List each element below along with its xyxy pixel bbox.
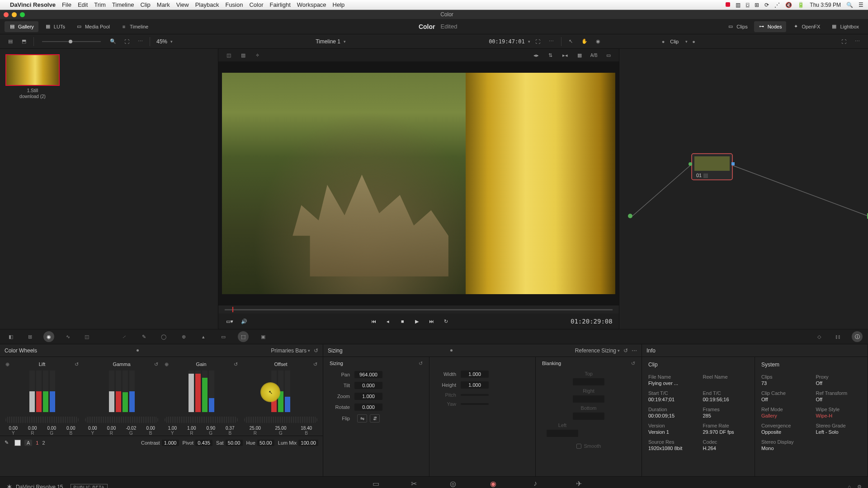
- minimize-button[interactable]: [12, 12, 17, 17]
- status-icon[interactable]: ⊞: [755, 2, 759, 8]
- curves-icon[interactable]: ⟋: [118, 331, 129, 342]
- menu-edit[interactable]: Edit: [78, 1, 88, 8]
- battery-icon[interactable]: 🔋: [797, 2, 804, 8]
- fullscreen-icon[interactable]: ⛶: [532, 36, 544, 47]
- nodes-toggle[interactable]: ⊶Nodes: [754, 21, 787, 32]
- keyframes-icon[interactable]: ◇: [814, 331, 825, 342]
- gamma-bars[interactable]: [83, 369, 160, 414]
- picker-icon[interactable]: ⊕: [165, 361, 169, 367]
- gain-master-jog[interactable]: [165, 417, 238, 423]
- source-timecode[interactable]: 00:19:47:01: [489, 38, 524, 45]
- search-icon[interactable]: 🔍: [107, 36, 119, 47]
- expand-dot-icon[interactable]: [137, 349, 139, 352]
- gallery-toggle[interactable]: ▤Gallery: [5, 21, 38, 32]
- wipe-invert-icon[interactable]: ⇅: [545, 50, 557, 61]
- reset-icon[interactable]: ↺: [419, 361, 423, 366]
- options-icon[interactable]: ⋯: [632, 347, 637, 354]
- node-graph[interactable]: 01: [619, 49, 868, 329]
- key-icon[interactable]: ▭: [218, 331, 229, 342]
- color-wheels-icon[interactable]: ◉: [43, 331, 54, 342]
- menu-color[interactable]: Color: [249, 1, 263, 8]
- menu-workspace[interactable]: Workspace: [297, 1, 326, 8]
- gamma-master-jog[interactable]: [85, 417, 158, 423]
- blank-right[interactable]: [573, 395, 604, 403]
- expand-dot-icon[interactable]: [450, 349, 453, 352]
- record-indicator-icon[interactable]: [726, 2, 730, 7]
- pan-value[interactable]: 964.000: [354, 371, 382, 378]
- hue-value[interactable]: 50.00: [257, 440, 274, 446]
- loop-button[interactable]: ↻: [441, 316, 451, 326]
- next-clip-button[interactable]: ⏭: [426, 316, 436, 326]
- menu-fairlight[interactable]: Fairlight: [270, 1, 291, 8]
- image-wipe-icon[interactable]: ◫: [223, 50, 235, 61]
- picker-icon[interactable]: ⊕: [5, 361, 9, 367]
- blank-bottom[interactable]: [573, 413, 604, 420]
- mediapool-toggle[interactable]: ▭Media Pool: [71, 21, 114, 32]
- menu-trim[interactable]: Trim: [94, 1, 106, 8]
- luts-toggle[interactable]: ▦LUTs: [40, 21, 70, 32]
- stills-view-icon[interactable]: ▤: [5, 36, 16, 47]
- page-tab-deliver[interactable]: ✈Deliver: [571, 479, 586, 488]
- project-settings-button[interactable]: ⚙: [857, 484, 862, 488]
- thumb-zoom-slider[interactable]: [42, 41, 101, 42]
- reset-icon[interactable]: ↺: [631, 361, 635, 366]
- viewer[interactable]: [218, 61, 619, 305]
- menu-mark[interactable]: Mark: [157, 1, 170, 8]
- reset-icon[interactable]: ↺: [314, 347, 318, 354]
- auto-balance-icon[interactable]: ✎: [5, 440, 11, 446]
- rotate-value[interactable]: 0.000: [354, 404, 382, 411]
- page-1[interactable]: 1: [36, 440, 38, 446]
- color-picker-icon[interactable]: ◉: [592, 36, 604, 47]
- wifi-icon[interactable]: ⋰: [774, 2, 780, 8]
- chevron-down-icon[interactable]: ▾: [685, 39, 688, 44]
- page-tab-color[interactable]: ◉Color: [487, 479, 499, 488]
- reset-icon[interactable]: ↺: [234, 361, 238, 367]
- play-button[interactable]: ▶: [412, 316, 422, 326]
- pivot-value[interactable]: 0.435: [195, 440, 212, 446]
- prev-clip-button[interactable]: ⏮: [368, 316, 378, 326]
- timeline-name[interactable]: Timeline 1: [316, 38, 340, 45]
- mute-icon[interactable]: 🔊: [239, 316, 249, 326]
- lummix-value[interactable]: 100.00: [298, 440, 318, 446]
- flip-v-button[interactable]: ⇵: [370, 414, 380, 422]
- checker-icon[interactable]: ▩: [574, 50, 585, 61]
- options-icon[interactable]: ⋯: [546, 36, 557, 47]
- page-tab-edit[interactable]: ✂Edit: [410, 479, 418, 488]
- smooth-checkbox[interactable]: Smooth: [576, 443, 601, 449]
- pick-white-icon[interactable]: [14, 440, 21, 446]
- node-scope[interactable]: Clip: [670, 39, 679, 44]
- timeline-toggle[interactable]: ≡Timeline: [116, 21, 153, 32]
- blank-top[interactable]: [573, 378, 604, 385]
- ab-compare-icon[interactable]: A/B: [588, 50, 600, 61]
- volume-icon[interactable]: 🔇: [785, 2, 792, 8]
- openfx-toggle[interactable]: ✦OpenFX: [788, 21, 825, 32]
- split-screen-icon[interactable]: ▥: [237, 50, 249, 61]
- expand-icon[interactable]: ⛶: [838, 36, 850, 47]
- gain-bars[interactable]: [163, 369, 240, 414]
- wipe-toggle-icon[interactable]: ◂▸: [530, 50, 542, 61]
- options-icon[interactable]: ⋯: [134, 36, 146, 47]
- viewer-zoom[interactable]: 45%: [156, 38, 167, 45]
- home-button[interactable]: ⌂: [848, 484, 851, 488]
- maximize-button[interactable]: [20, 12, 25, 17]
- rgb-mixer-icon[interactable]: ∿: [62, 331, 73, 342]
- sat-value[interactable]: 50.00: [226, 440, 243, 446]
- chevron-down-icon[interactable]: ▾: [170, 39, 173, 44]
- lift-bars[interactable]: [4, 369, 80, 414]
- stereo-3d-icon[interactable]: ▣: [258, 331, 269, 342]
- contrast-value[interactable]: 1.000: [162, 440, 179, 446]
- qualifier-icon[interactable]: ✎: [138, 331, 149, 342]
- page-a[interactable]: A: [24, 440, 32, 446]
- hand-tool-icon[interactable]: ✋: [579, 36, 590, 47]
- wipe-style-icon[interactable]: ▸◂: [559, 50, 571, 61]
- window-icon[interactable]: ◯: [158, 331, 169, 342]
- reset-icon[interactable]: ↺: [154, 361, 158, 367]
- height-value[interactable]: 1.000: [461, 381, 489, 389]
- info-icon[interactable]: ⓘ: [852, 331, 863, 342]
- menu-timeline[interactable]: Timeline: [112, 1, 134, 8]
- reset-icon[interactable]: ↺: [313, 361, 317, 367]
- expand-icon[interactable]: ⛶: [121, 36, 132, 47]
- flip-h-button[interactable]: ⇋: [357, 414, 367, 422]
- reset-icon[interactable]: ↺: [623, 347, 628, 354]
- color-match-icon[interactable]: ⊞: [24, 331, 35, 342]
